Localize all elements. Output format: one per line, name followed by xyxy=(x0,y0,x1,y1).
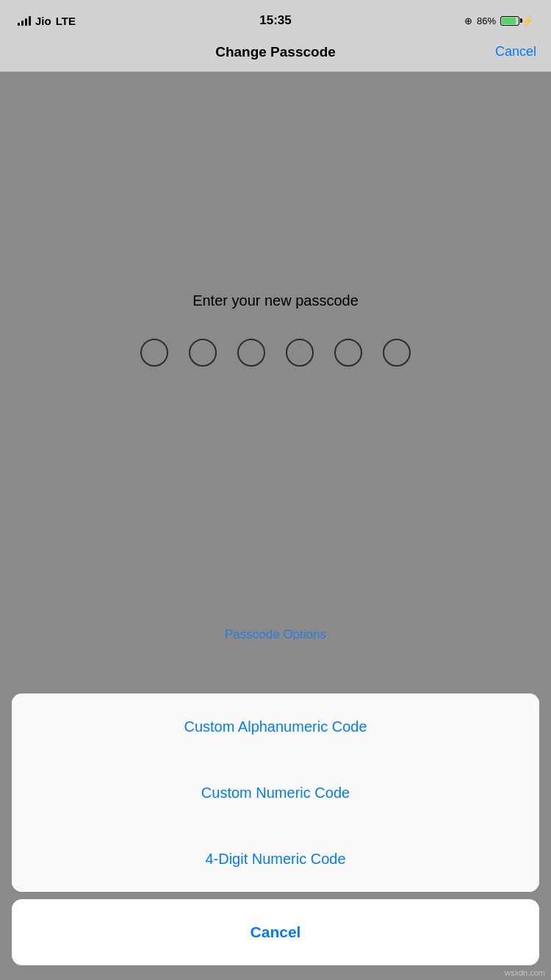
passcode-dot-1 xyxy=(140,339,168,367)
main-content: Enter your new passcode xyxy=(0,72,551,586)
battery-percent: 86% xyxy=(477,15,496,26)
status-right: ⊕ 86% ⚡ xyxy=(464,15,533,26)
signal-bar-4 xyxy=(29,16,31,26)
passcode-dot-5 xyxy=(334,339,362,367)
action-sheet-item-custom-numeric[interactable]: Custom Numeric Code xyxy=(12,760,539,826)
battery-container: ⚡ xyxy=(500,15,533,26)
nav-title: Change Passcode xyxy=(215,44,336,60)
status-bar: Jio LTE 15:35 ⊕ 86% ⚡ xyxy=(0,0,551,32)
status-time: 15:35 xyxy=(259,13,291,28)
battery-icon xyxy=(500,16,519,26)
charging-icon: ⚡ xyxy=(522,15,533,26)
action-sheet-cancel-button[interactable]: Cancel xyxy=(12,899,539,965)
action-sheet-overlay: Custom Alphanumeric Code Custom Numeric … xyxy=(0,693,551,980)
passcode-options-hint[interactable]: Passcode Options xyxy=(0,627,551,646)
nav-cancel-button[interactable]: Cancel xyxy=(495,44,536,60)
carrier-label: Jio xyxy=(35,15,51,27)
network-type-label: LTE xyxy=(56,15,76,27)
action-sheet-item-alphanumeric[interactable]: Custom Alphanumeric Code xyxy=(12,693,539,760)
status-left: Jio LTE xyxy=(18,15,76,27)
signal-bar-2 xyxy=(21,21,24,26)
passcode-dot-2 xyxy=(189,339,217,367)
battery-fill xyxy=(502,18,516,24)
passcode-dot-3 xyxy=(237,339,265,367)
signal-bar-3 xyxy=(25,18,27,26)
action-sheet: Custom Alphanumeric Code Custom Numeric … xyxy=(12,693,539,892)
lock-icon: ⊕ xyxy=(464,15,472,26)
watermark: wsxdn.com xyxy=(505,968,545,977)
signal-bar-1 xyxy=(18,23,20,26)
passcode-prompt: Enter your new passcode xyxy=(192,292,359,309)
passcode-dot-6 xyxy=(383,339,411,367)
passcode-dots xyxy=(140,339,411,367)
nav-bar: Change Passcode Cancel xyxy=(0,32,551,72)
action-sheet-item-4digit[interactable]: 4-Digit Numeric Code xyxy=(12,826,539,892)
passcode-dot-4 xyxy=(286,339,314,367)
signal-bars xyxy=(18,15,31,26)
